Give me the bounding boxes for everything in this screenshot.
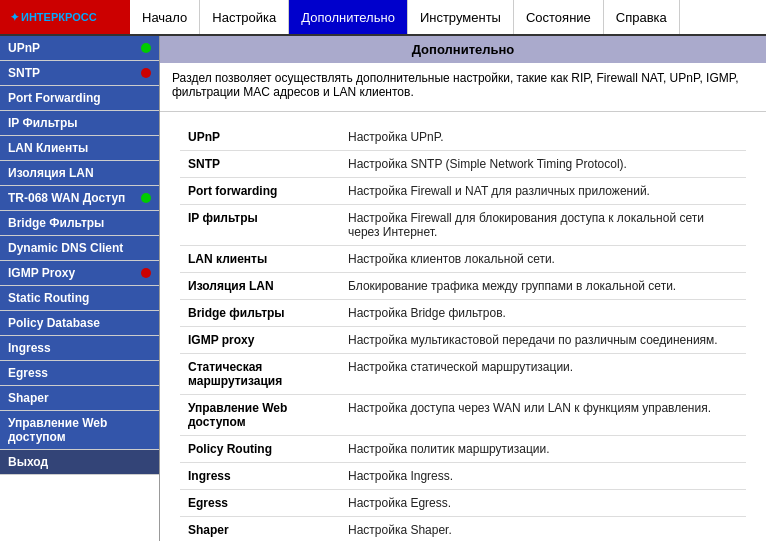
table-desc: Настройка Egress. [340,490,746,517]
logo-symbol: ✦ [10,11,19,24]
sidebar-item[interactable]: Egress [0,361,159,386]
sidebar-item-label: Shaper [8,391,49,405]
nav-item-справка[interactable]: Справка [604,0,680,34]
dot-placeholder [141,93,151,103]
nav-item-дополнительно[interactable]: Дополнительно [289,0,408,34]
logo-text: ИНТЕРКРОСС [21,11,97,23]
nav-item-начало[interactable]: Начало [130,0,200,34]
dot-placeholder [141,368,151,378]
sidebar-item-label: TR-068 WAN Доступ [8,191,125,205]
table-term: Ingress [180,463,340,490]
table-row: LAN клиентыНастройка клиентов локальной … [180,246,746,273]
table-row: IP фильтрыНастройка Firewall для блокиро… [180,205,746,246]
table-term: Статическая маршрутизация [180,354,340,395]
table-term: Egress [180,490,340,517]
table-desc: Настройка Firewall для блокирования дост… [340,205,746,246]
dot-placeholder [141,143,151,153]
table-term: IP фильтры [180,205,340,246]
dot-placeholder [141,293,151,303]
dot-placeholder [141,218,151,228]
sidebar-item-label: IGMP Proxy [8,266,75,280]
main-nav: НачалоНастройкаДополнительноИнструментыС… [130,0,680,34]
logo: ✦ ИНТЕРКРОСС [0,0,130,34]
header: ✦ ИНТЕРКРОСС НачалоНастройкаДополнительн… [0,0,766,36]
sidebar-item-label: LAN Клиенты [8,141,88,155]
table-row: Bridge фильтрыНастройка Bridge фильтров. [180,300,746,327]
sidebar-item-label: Bridge Фильтры [8,216,104,230]
table-term: SNTP [180,151,340,178]
sidebar-item[interactable]: Bridge Фильтры [0,211,159,236]
dot-placeholder [141,393,151,403]
table-term: IGMP proxy [180,327,340,354]
sidebar-item[interactable]: LAN Клиенты [0,136,159,161]
sidebar-item-label: Выход [8,455,48,469]
table-row: EgressНастройка Egress. [180,490,746,517]
table-term: LAN клиенты [180,246,340,273]
sidebar-item-label: IP Фильтры [8,116,77,130]
table-term: Port forwarding [180,178,340,205]
table-desc: Блокирование трафика между группами в ло… [340,273,746,300]
dot-placeholder [141,343,151,353]
nav-item-инструменты[interactable]: Инструменты [408,0,514,34]
sidebar-item[interactable]: Изоляция LAN [0,161,159,186]
nav-item-настройка[interactable]: Настройка [200,0,289,34]
sidebar-item-label: Управление Web доступом [8,416,141,444]
dot-placeholder [141,118,151,128]
sidebar-item[interactable]: Dynamic DNS Client [0,236,159,261]
table-row: UPnPНастройка UPnP. [180,124,746,151]
layout: UPnPSNTPPort ForwardingIP ФильтрыLAN Кли… [0,36,766,541]
sidebar-item[interactable]: SNTP [0,61,159,86]
table-row: Изоляция LANБлокирование трафика между г… [180,273,746,300]
green-status-dot [141,193,151,203]
sidebar-item[interactable]: IGMP Proxy [0,261,159,286]
intro-text: Раздел позволяет осуществлять дополнител… [160,63,766,112]
dot-placeholder [141,168,151,178]
sidebar-item-label: Dynamic DNS Client [8,241,123,255]
table-term: Изоляция LAN [180,273,340,300]
sidebar-item[interactable]: Ingress [0,336,159,361]
table-row: ShaperНастройка Shaper. [180,517,746,542]
table-row: Статическая маршрутизацияНастройка стати… [180,354,746,395]
sidebar-item-label: Ingress [8,341,51,355]
info-table: UPnPНастройка UPnP.SNTPНастройка SNTP (S… [180,124,746,541]
table-row: Port forwardingНастройка Firewall и NAT … [180,178,746,205]
red-status-dot [141,68,151,78]
sidebar-item[interactable]: Выход [0,450,159,475]
sidebar-item-label: Изоляция LAN [8,166,94,180]
sidebar-item-label: Egress [8,366,48,380]
table-desc: Настройка Shaper. [340,517,746,542]
sidebar-item[interactable]: Управление Web доступом [0,411,159,450]
sidebar-item[interactable]: TR-068 WAN Доступ [0,186,159,211]
sidebar-item[interactable]: UPnP [0,36,159,61]
section-title: Дополнительно [160,36,766,63]
nav-item-состояние[interactable]: Состояние [514,0,604,34]
table-row: IngressНастройка Ingress. [180,463,746,490]
table-row: SNTPНастройка SNTP (Simple Network Timin… [180,151,746,178]
sidebar-item[interactable]: Port Forwarding [0,86,159,111]
table-term: Bridge фильтры [180,300,340,327]
table-term: Shaper [180,517,340,542]
sidebar-item[interactable]: IP Фильтры [0,111,159,136]
sidebar-item[interactable]: Shaper [0,386,159,411]
sidebar-item-label: Static Routing [8,291,89,305]
sidebar-item-label: Port Forwarding [8,91,101,105]
dot-placeholder [141,318,151,328]
table-container: UPnPНастройка UPnP.SNTPНастройка SNTP (S… [160,112,766,541]
table-desc: Настройка мультикастовой передачи по раз… [340,327,746,354]
table-desc: Настройка Firewall и NAT для различных п… [340,178,746,205]
sidebar-item[interactable]: Static Routing [0,286,159,311]
table-desc: Настройка UPnP. [340,124,746,151]
table-desc: Настройка политик маршрутизации. [340,436,746,463]
table-desc: Настройка SNTP (Simple Network Timing Pr… [340,151,746,178]
red-status-dot [141,268,151,278]
sidebar-item-label: UPnP [8,41,40,55]
table-row: Управление Web доступомНастройка доступа… [180,395,746,436]
table-term: UPnP [180,124,340,151]
table-desc: Настройка клиентов локальной сети. [340,246,746,273]
sidebar-item-label: SNTP [8,66,40,80]
table-desc: Настройка Ingress. [340,463,746,490]
table-desc: Настройка статической маршрутизации. [340,354,746,395]
sidebar-item[interactable]: Policy Database [0,311,159,336]
sidebar: UPnPSNTPPort ForwardingIP ФильтрыLAN Кли… [0,36,160,541]
sidebar-item-label: Policy Database [8,316,100,330]
